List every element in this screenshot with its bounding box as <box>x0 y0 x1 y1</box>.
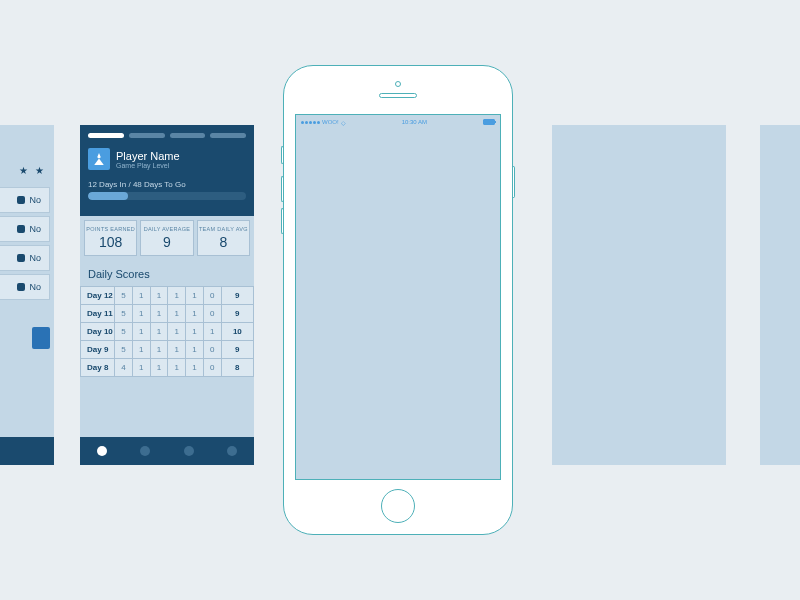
table-cell: 1 <box>150 323 168 341</box>
battery-icon <box>483 119 495 125</box>
player-level: Game Play Level <box>116 162 180 169</box>
table-cell: 0 <box>203 305 221 323</box>
answer-row[interactable]: No <box>0 187 50 213</box>
avatar-icon <box>88 148 110 170</box>
table-cell: Day 9 <box>81 341 115 359</box>
tab-bar <box>80 437 254 465</box>
wireframe-screen-questions: ★ ★ No No No No <box>0 125 54 465</box>
wireframe-screen-blank <box>552 125 726 465</box>
tab-dot[interactable] <box>97 446 107 456</box>
stat-card: TEAM DAILY AVG 8 <box>197 220 250 256</box>
header-tab[interactable] <box>210 133 246 138</box>
header-tabs <box>88 133 246 138</box>
stat-value: 9 <box>141 234 192 250</box>
stat-label: DAILY AVERAGE <box>141 226 192 232</box>
answer-row[interactable]: No <box>0 245 50 271</box>
header-tab[interactable] <box>88 133 124 138</box>
table-cell: 1 <box>168 287 186 305</box>
thumbs-down-icon <box>17 225 25 233</box>
table-cell: 0 <box>203 341 221 359</box>
tab-dot[interactable] <box>140 446 150 456</box>
phone-speaker <box>379 93 417 98</box>
table-cell: 1 <box>186 323 204 341</box>
volume-down-button <box>281 208 283 234</box>
carrier-label: WOO! <box>322 119 339 125</box>
table-row: Day 84111108 <box>81 359 254 377</box>
table-cell: 1 <box>132 305 150 323</box>
tab-bar <box>0 437 54 465</box>
star-rating: ★ ★ <box>0 159 54 184</box>
answer-label: No <box>29 195 41 205</box>
table-cell: Day 11 <box>81 305 115 323</box>
status-bar: WOO! ◇ 10:30 AM <box>296 115 500 129</box>
power-button <box>513 166 515 198</box>
table-row: Day 125111109 <box>81 287 254 305</box>
signal-dots-icon <box>301 121 320 124</box>
table-cell: 1 <box>132 341 150 359</box>
table-cell: 5 <box>115 341 133 359</box>
answer-label: No <box>29 224 41 234</box>
answer-label: No <box>29 253 41 263</box>
answer-row[interactable]: No <box>0 274 50 300</box>
phone-screen: WOO! ◇ 10:30 AM <box>295 114 501 480</box>
home-button[interactable] <box>381 489 415 523</box>
table-cell: 1 <box>186 359 204 377</box>
stat-value: 8 <box>198 234 249 250</box>
table-cell: 9 <box>221 305 253 323</box>
table-cell: 5 <box>115 287 133 305</box>
table-cell: Day 8 <box>81 359 115 377</box>
thumbs-down-icon <box>17 283 25 291</box>
table-cell: 4 <box>115 359 133 377</box>
table-cell: 1 <box>168 305 186 323</box>
thumbs-down-icon <box>17 196 25 204</box>
header-tab[interactable] <box>170 133 206 138</box>
stats-header: Player Name Game Play Level 12 Days In /… <box>80 125 254 216</box>
volume-up-button <box>281 176 283 202</box>
table-cell: Day 10 <box>81 323 115 341</box>
thumbs-down-icon <box>17 254 25 262</box>
player-info: Player Name Game Play Level <box>88 148 246 170</box>
table-row: Day 1051111110 <box>81 323 254 341</box>
stat-card: DAILY AVERAGE 9 <box>140 220 193 256</box>
table-cell: 1 <box>150 359 168 377</box>
table-cell: 1 <box>186 305 204 323</box>
tab-dot[interactable] <box>227 446 237 456</box>
phone-mockup: WOO! ◇ 10:30 AM <box>283 65 513 535</box>
table-cell: 1 <box>150 341 168 359</box>
stat-label: POINTS EARNED <box>85 226 136 232</box>
header-tab[interactable] <box>129 133 165 138</box>
stat-value: 108 <box>85 234 136 250</box>
status-time: 10:30 AM <box>402 119 427 125</box>
table-cell: 0 <box>203 287 221 305</box>
table-cell: 5 <box>115 305 133 323</box>
table-cell: 1 <box>132 359 150 377</box>
table-cell: 5 <box>115 323 133 341</box>
stats-row: POINTS EARNED 108 DAILY AVERAGE 9 TEAM D… <box>80 216 254 260</box>
table-cell: 8 <box>221 359 253 377</box>
stat-card: POINTS EARNED 108 <box>84 220 137 256</box>
table-cell: 1 <box>203 323 221 341</box>
progress-bar <box>88 192 246 200</box>
answer-row[interactable]: No <box>0 216 50 242</box>
wifi-icon: ◇ <box>341 119 346 126</box>
table-cell: 1 <box>168 341 186 359</box>
table-cell: 9 <box>221 287 253 305</box>
table-cell: 0 <box>203 359 221 377</box>
tab-dot[interactable] <box>184 446 194 456</box>
stat-label: TEAM DAILY AVG <box>198 226 249 232</box>
table-cell: 1 <box>132 323 150 341</box>
table-cell: Day 12 <box>81 287 115 305</box>
submit-button[interactable] <box>32 327 50 349</box>
progress-bar-fill <box>88 192 128 200</box>
table-cell: 1 <box>150 287 168 305</box>
table-cell: 1 <box>168 359 186 377</box>
table-cell: 1 <box>186 341 204 359</box>
table-cell: 1 <box>150 305 168 323</box>
daily-scores-table: Day 125111109Day 115111109Day 1051111110… <box>80 286 254 377</box>
table-cell: 9 <box>221 341 253 359</box>
wireframe-screen-player-stats: Player Name Game Play Level 12 Days In /… <box>80 125 254 465</box>
table-row: Day 115111109 <box>81 305 254 323</box>
wireframe-screen-blank <box>760 125 800 465</box>
table-cell: 1 <box>186 287 204 305</box>
mute-switch <box>281 146 283 164</box>
